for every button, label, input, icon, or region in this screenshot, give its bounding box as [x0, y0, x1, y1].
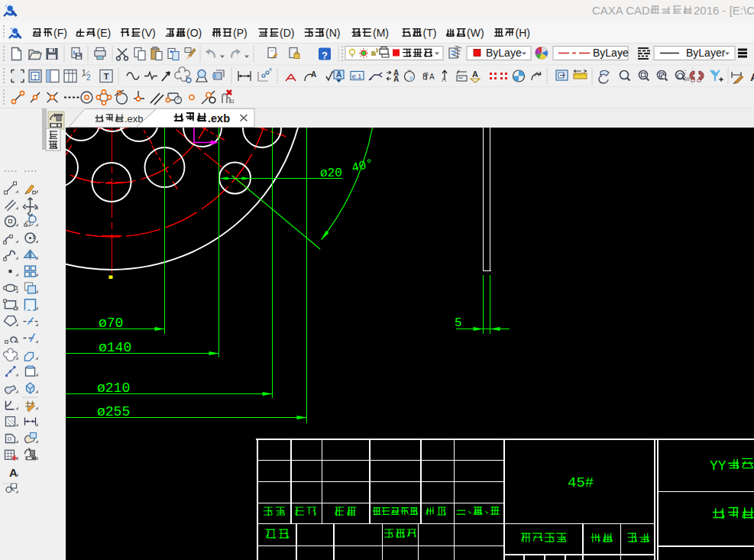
svg-text:(F): (F) [53, 27, 67, 39]
svg-text:(N): (N) [325, 27, 340, 39]
svg-text:T: T [104, 72, 109, 81]
svg-text:A: A [9, 466, 18, 479]
svg-text:ø20: ø20 [320, 167, 342, 180]
svg-text:YY: YY [710, 458, 726, 474]
svg-text:ByLaye: ByLaye [486, 47, 522, 59]
svg-text:A: A [393, 75, 399, 83]
svg-text:ø255: ø255 [97, 404, 130, 419]
svg-text:A: A [535, 70, 539, 78]
svg-text:(P): (P) [233, 27, 248, 39]
svg-text:(M): (M) [373, 27, 389, 39]
svg-text:A: A [750, 70, 754, 83]
svg-text:(W): (W) [467, 27, 484, 39]
svg-text:ø70: ø70 [99, 316, 123, 331]
svg-text:5: 5 [455, 316, 462, 330]
svg-text:B: B [422, 73, 428, 81]
svg-text:A: A [442, 76, 446, 83]
svg-text:ø140: ø140 [99, 340, 131, 355]
svg-text:x: x [269, 66, 272, 73]
svg-text:ByLayer: ByLayer [686, 47, 726, 59]
svg-text:A: A [429, 73, 435, 81]
svg-text:(H): (H) [516, 27, 530, 39]
svg-text:A: A [472, 70, 478, 79]
svg-text:(O): (O) [186, 27, 202, 39]
svg-text:ø210: ø210 [97, 380, 130, 396]
svg-text:ByLaye: ByLaye [593, 47, 629, 59]
svg-text:CAXA CAD: CAXA CAD [592, 4, 650, 17]
svg-text:2: 2 [86, 73, 91, 82]
svg-text:A: A [311, 70, 316, 79]
svg-text:?: ? [322, 50, 328, 61]
svg-text:T: T [33, 73, 37, 81]
svg-text:(D): (D) [280, 27, 294, 39]
svg-text:(V): (V) [141, 27, 156, 39]
svg-text:(E): (E) [97, 27, 112, 39]
svg-text:e.1: e.1 [352, 73, 362, 80]
svg-text:45#: 45# [568, 474, 594, 491]
svg-text:(T): (T) [423, 27, 437, 39]
svg-text:A: A [336, 70, 341, 79]
svg-text:.exb: .exb [125, 113, 144, 125]
svg-text:.exb: .exb [208, 112, 230, 125]
svg-text:2016 - [E:\CA: 2016 - [E:\CA [694, 4, 754, 17]
